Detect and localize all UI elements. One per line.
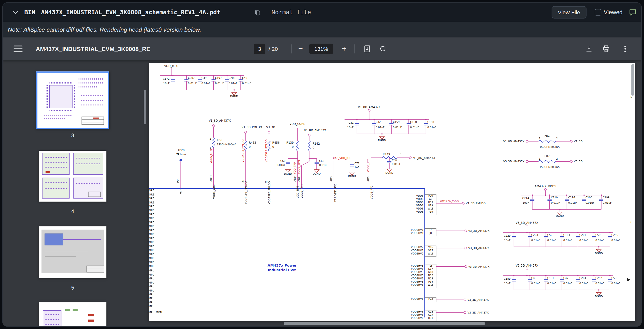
zoom-out-button[interactable]: − [296,44,306,54]
sidebar-scrollbar[interactable] [144,90,146,124]
svg-text:V1_8D: V1_8D [574,140,582,143]
svg-text:0.01uF: 0.01uF [595,239,604,242]
svg-text:V1_8D_AM437X: V1_8D_AM437X [358,106,380,109]
pdf-viewer: DCVDD_MPUC17210uFC2070.01uFC390.01uFC197… [148,60,641,326]
svg-text:TP1mm: TP1mm [176,153,186,156]
svg-text:CORE: CORE [149,221,154,224]
svg-text:G17: G17 [428,314,433,316]
copy-icon[interactable] [254,9,261,16]
download-icon[interactable] [584,44,594,54]
svg-text:D6: D6 [242,180,244,183]
svg-text:VDDSHV2: VDDSHV2 [411,249,424,252]
page-number-input[interactable]: 3 [254,44,266,54]
svg-text:V1_8D_AM437X: V1_8D_AM437X [413,156,435,160]
svg-text:FB6: FB6 [217,138,222,142]
svg-text:CORE: CORE [149,253,154,256]
svg-text:1: 1 [210,146,211,149]
svg-text:G16: G16 [428,310,433,313]
svg-text:MPU: MPU [149,305,154,308]
svg-text:AD12: AD12 [210,175,212,182]
svg-text:0.01uF: 0.01uF [551,201,560,204]
svg-text:V3_3D: V3_3D [574,160,582,163]
more-options-icon[interactable] [620,44,630,54]
vertical-scrollbar[interactable] [631,64,634,96]
svg-text:CORE: CORE [149,205,154,208]
fit-to-page-icon[interactable] [362,44,372,54]
svg-text:CORE: CORE [149,261,154,264]
svg-text:0.01uF: 0.01uF [531,282,540,285]
svg-text:V1_8D_AM437X: V1_8D_AM437X [304,129,326,132]
horizontal-scrollbar[interactable] [284,322,485,325]
zoom-in-button[interactable]: + [339,44,350,54]
viewer-content: 3 [3,60,641,326]
svg-text:AD9: AD9 [294,176,296,182]
svg-text:C32: C32 [376,120,381,124]
svg-text:VDDS_TPM: VDDS_TPM [300,184,303,198]
comment-icon[interactable] [629,8,636,16]
svg-text:AM437x Power: AM437x Power [268,264,297,267]
svg-text:VDDA3P3_PMLDO: VDDA3P3_PMLDO [268,181,271,204]
svg-text:V3_3D_AM437X: V3_3D_AM437X [503,160,524,163]
print-icon[interactable] [601,44,612,54]
svg-text:DGND: DGND [378,139,386,142]
svg-text:VDDSHV6: VDDSHV6 [411,310,424,313]
svg-text:J7: J7 [429,228,432,231]
view-file-button[interactable]: View File [552,6,586,18]
viewed-checkbox[interactable] [595,9,601,16]
svg-text:VDDSHV3: VDDSHV3 [411,264,424,267]
svg-text:V1_8D_PMLDO: V1_8D_PMLDO [242,126,262,129]
chevron-down-icon[interactable] [12,9,19,16]
svg-text:0.01uF: 0.01uF [547,282,556,285]
svg-text:V16: V16 [428,246,433,248]
svg-text:VDDS: VDDS [416,210,423,213]
svg-text:V1_8D_AM437X: V1_8D_AM437X [503,140,524,143]
rotate-icon[interactable] [378,44,388,54]
svg-text:VDDS_RTC: VDDS_RTC [370,186,373,199]
svg-text:V1_8D_PMLDO: V1_8D_PMLDO [466,202,486,205]
svg-text:H12: H12 [428,201,433,204]
svg-text:CORE: CORE [149,229,154,232]
thumbnail-page-5[interactable] [39,226,106,278]
svg-text:0.01uF: 0.01uF [376,126,385,129]
svg-text:D: D [630,96,632,98]
svg-text:10uF: 10uF [522,201,529,204]
thumbnail-page-3[interactable] [36,71,109,129]
svg-text:MPU: MPU [149,285,154,288]
thumbnail-page-6[interactable] [39,302,106,326]
svg-text:VDDS: VDDS [416,198,423,200]
svg-text:0.01uF: 0.01uF [563,282,572,285]
svg-text:MPU: MPU [149,281,154,284]
svg-text:C204: C204 [580,276,586,280]
svg-text:MPU: MPU [149,269,154,272]
file-type-badge: BIN [24,9,35,16]
sidebar-toggle-icon[interactable] [14,46,22,52]
svg-text:AM437X_VDDS: AM437X_VDDS [535,184,556,188]
svg-text:0.01uF: 0.01uF [603,201,612,204]
svg-text:CORE: CORE [149,245,154,248]
svg-text:0.01uF: 0.01uF [393,126,402,129]
svg-text:0.01uF: 0.01uF [410,126,419,129]
thumbnail-page-4[interactable] [39,151,106,202]
svg-text:DGND: DGND [348,175,356,178]
svg-text:VDDS_CTM: VDDS_CTM [212,184,216,199]
svg-text:AD5: AD5 [367,176,370,182]
thumbnail-label-5: 5 [39,285,106,291]
svg-text:VDDS: VDDS [416,204,423,207]
svg-text:C31: C31 [348,121,354,124]
schematic-svg: DCVDD_MPUC17210uFC2070.01uFC390.01uFC197… [149,63,635,321]
svg-text:FB7: FB7 [544,154,550,158]
thumbnail-label-3: 3 [36,132,109,138]
svg-text:VDDA1P8_PMLDO: VDDA1P8_PMLDO [244,181,248,204]
svg-text:0.01uF: 0.01uF [611,239,620,242]
svg-text:C203: C203 [228,76,236,80]
svg-text:VDD_CORE: VDD_CORE [290,122,305,126]
svg-text:C189: C189 [504,277,510,280]
svg-text:V17: V17 [428,249,433,252]
svg-text:AD3: AD3 [330,176,333,182]
svg-text:CAP_VDD_RTC: CAP_VDD_RTC [334,184,337,202]
svg-text:C159: C159 [393,120,400,124]
svg-text:0.01uF: 0.01uF [563,239,572,242]
thumbnail-panel: 3 [3,60,148,326]
svg-text:V3_3D_AM437X: V3_3D_AM437X [468,246,490,250]
svg-text:150OHM800mA: 150OHM800mA [217,143,236,146]
